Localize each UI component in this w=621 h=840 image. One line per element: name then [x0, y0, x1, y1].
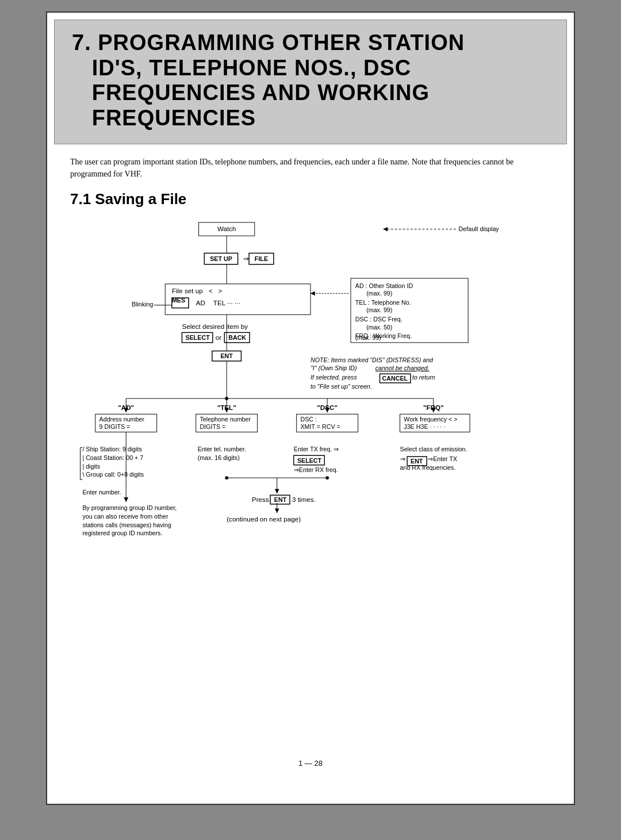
- svg-text:(max. 99): (max. 99): [366, 306, 392, 313]
- svg-marker-105: [275, 489, 279, 493]
- svg-text:3 times.: 3 times.: [292, 496, 316, 503]
- intro-text: The user can program important station I…: [70, 156, 551, 180]
- svg-text:Enter tel. number.: Enter tel. number.: [198, 446, 246, 452]
- svg-text:ENT: ENT: [221, 352, 233, 359]
- svg-text:If selected, press: If selected, press: [310, 374, 357, 381]
- svg-text:9 DIGITS =: 9 DIGITS =: [99, 423, 131, 429]
- svg-text:Enter TX freq. ⇒: Enter TX freq. ⇒: [294, 446, 339, 452]
- svg-text:By programming group ID number: By programming group ID number,: [82, 504, 177, 511]
- svg-text:AD  : Other Station ID: AD : Other Station ID: [355, 282, 413, 289]
- svg-text:to "File set up" screen.: to "File set up" screen.: [310, 382, 372, 389]
- svg-text:DIGITS =: DIGITS =: [200, 423, 226, 429]
- svg-text:"FRQ": "FRQ": [423, 403, 444, 411]
- svg-marker-100: [124, 497, 128, 502]
- svg-text:FILE: FILE: [255, 255, 268, 262]
- svg-text:cannot be changed.: cannot be changed.: [375, 365, 430, 371]
- svg-text:(continued on next page): (continued on next page): [227, 515, 301, 523]
- svg-text:>: >: [218, 287, 223, 294]
- svg-marker-23: [310, 291, 315, 296]
- svg-text:you can also receive from othe: you can also receive from other: [82, 513, 168, 520]
- svg-text:⇒Enter RX freq.: ⇒Enter RX freq.: [294, 466, 338, 473]
- svg-text:DSC : DSC Freq.: DSC : DSC Freq.: [355, 316, 402, 323]
- svg-point-102: [225, 476, 228, 480]
- svg-text:\ Group call: 0+8 digits: \ Group call: 0+8 digits: [82, 471, 144, 478]
- svg-text:Watch: Watch: [217, 225, 236, 232]
- svg-text:(max. 16 digits): (max. 16 digits): [198, 454, 240, 461]
- page-title: 7. PROGRAMMING OTHER STATION ID'S, TELEP…: [72, 30, 549, 131]
- svg-text:"I" (Own Ship ID): "I" (Own Ship ID): [310, 365, 357, 371]
- svg-text:⇒Enter TX: ⇒Enter TX: [428, 455, 457, 462]
- svg-text:CANCEL: CANCEL: [382, 375, 408, 382]
- svg-text:| Coast Station: 00 + 7: | Coast Station: 00 + 7: [82, 454, 143, 461]
- body-section: The user can program important station I…: [47, 144, 574, 747]
- svg-text:⇒: ⇒: [243, 255, 249, 262]
- svg-text:|                digits: | digits: [82, 462, 100, 469]
- svg-text:Press: Press: [252, 496, 269, 503]
- svg-text:DSC :: DSC :: [301, 416, 317, 423]
- svg-text:(max. 99): (max. 99): [355, 334, 381, 341]
- svg-text:Work frequency <  >: Work frequency < >: [404, 416, 457, 423]
- svg-point-103: [325, 476, 329, 480]
- svg-text:BACK: BACK: [228, 334, 246, 341]
- svg-text:(max. 50): (max. 50): [366, 323, 392, 330]
- svg-text:Select desired item by: Select desired item by: [182, 322, 248, 329]
- svg-text:SELECT: SELECT: [186, 334, 210, 341]
- svg-text:NOTE: Items marked "DIS" (DIST: NOTE: Items marked "DIS" (DISTRESS) and: [310, 356, 434, 363]
- svg-text:Enter number.: Enter number.: [82, 489, 121, 496]
- svg-text:XMIT =      RCV =: XMIT = RCV =: [301, 423, 340, 429]
- svg-text:Address number: Address number: [99, 416, 145, 423]
- svg-text:J3E   H3E  · · · · ·: J3E H3E · · · · ·: [404, 423, 445, 429]
- svg-text:TEL : Telephone No.: TEL : Telephone No.: [355, 299, 411, 306]
- svg-text:Select class of emission.: Select class of emission.: [400, 446, 467, 452]
- svg-text:and RX frequencies.: and RX frequencies.: [400, 463, 456, 470]
- svg-text:"DSC": "DSC": [317, 403, 338, 411]
- section-title: 7.1 Saving a File: [70, 190, 551, 208]
- svg-text:TEL ··· ···: TEL ··· ···: [213, 298, 240, 306]
- svg-text:Default display: Default display: [459, 225, 500, 232]
- svg-text:File set up: File set up: [172, 287, 203, 294]
- svg-text:"TEL": "TEL": [217, 403, 236, 411]
- page-number: 1 — 28: [47, 759, 574, 768]
- svg-text:"AD": "AD": [118, 403, 134, 411]
- svg-marker-3: [383, 227, 388, 231]
- page: 7. PROGRAMMING OTHER STATION ID'S, TELEP…: [46, 11, 575, 805]
- svg-text:⇒: ⇒: [400, 455, 405, 462]
- svg-text:Telephone number: Telephone number: [200, 416, 251, 423]
- svg-marker-115: [275, 508, 279, 513]
- svg-text:stations calls (messages) havi: stations calls (messages) having: [82, 521, 171, 528]
- svg-text:(max. 99): (max. 99): [366, 290, 392, 297]
- svg-text:Blinking: Blinking: [132, 300, 153, 307]
- header-section: 7. PROGRAMMING OTHER STATION ID'S, TELEP…: [54, 20, 567, 144]
- svg-text:to return: to return: [412, 374, 435, 381]
- svg-text:or: or: [216, 333, 221, 341]
- svg-text:registered group ID numbers.: registered group ID numbers.: [82, 530, 162, 536]
- svg-text:SELECT: SELECT: [297, 457, 322, 464]
- svg-text:SET UP: SET UP: [210, 255, 232, 262]
- svg-text:ENT: ENT: [274, 496, 287, 503]
- svg-text:<: <: [209, 287, 213, 294]
- svg-text:AD: AD: [196, 298, 205, 306]
- svg-text:MES: MES: [172, 297, 185, 304]
- svg-text:/ Ship Station: 9 digits: / Ship Station: 9 digits: [82, 446, 141, 452]
